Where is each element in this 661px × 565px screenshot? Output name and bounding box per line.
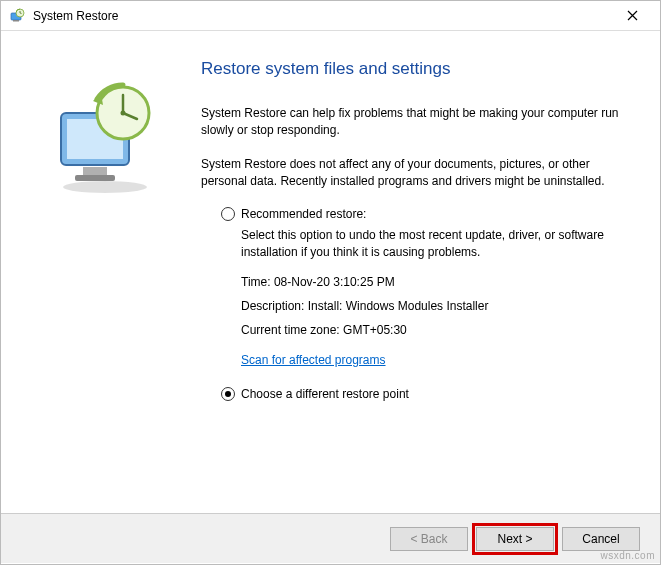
titlebar: System Restore — [1, 1, 660, 31]
window-title: System Restore — [33, 9, 612, 23]
close-button[interactable] — [612, 1, 652, 31]
restore-timezone: Current time zone: GMT+05:30 — [241, 321, 628, 339]
main-pane: Restore system files and settings System… — [185, 59, 636, 503]
system-restore-illustration-icon — [45, 79, 165, 199]
restore-description: Description: Install: Windows Modules In… — [241, 297, 628, 315]
svg-rect-1 — [13, 20, 19, 22]
dialog-content: Restore system files and settings System… — [1, 31, 660, 513]
intro-paragraph-2: System Restore does not affect any of yo… — [201, 156, 628, 191]
svg-point-12 — [121, 111, 126, 116]
back-button: < Back — [390, 527, 468, 551]
close-icon — [627, 10, 638, 21]
button-bar: < Back Next > Cancel — [1, 513, 660, 563]
options-group: Recommended restore: Select this option … — [221, 207, 628, 402]
radio-icon — [221, 207, 235, 221]
intro-paragraph-1: System Restore can help fix problems tha… — [201, 105, 628, 140]
page-heading: Restore system files and settings — [201, 59, 628, 79]
system-restore-icon — [9, 8, 25, 24]
next-button[interactable]: Next > — [476, 527, 554, 551]
svg-rect-8 — [75, 175, 115, 181]
radio-recommended-label: Recommended restore: — [241, 207, 366, 221]
svg-point-4 — [63, 181, 147, 193]
radio-icon — [221, 387, 235, 401]
illustration-pane — [25, 59, 185, 503]
radio-different-restore-point[interactable]: Choose a different restore point — [221, 387, 628, 401]
restore-time: Time: 08-Nov-20 3:10:25 PM — [241, 273, 628, 291]
radio-different-label: Choose a different restore point — [241, 387, 409, 401]
cancel-button[interactable]: Cancel — [562, 527, 640, 551]
radio-recommended-restore[interactable]: Recommended restore: — [221, 207, 628, 221]
recommended-description: Select this option to undo the most rece… — [241, 227, 628, 262]
scan-affected-programs-link[interactable]: Scan for affected programs — [241, 353, 386, 367]
svg-rect-7 — [83, 167, 107, 175]
watermark: wsxdn.com — [600, 550, 655, 561]
